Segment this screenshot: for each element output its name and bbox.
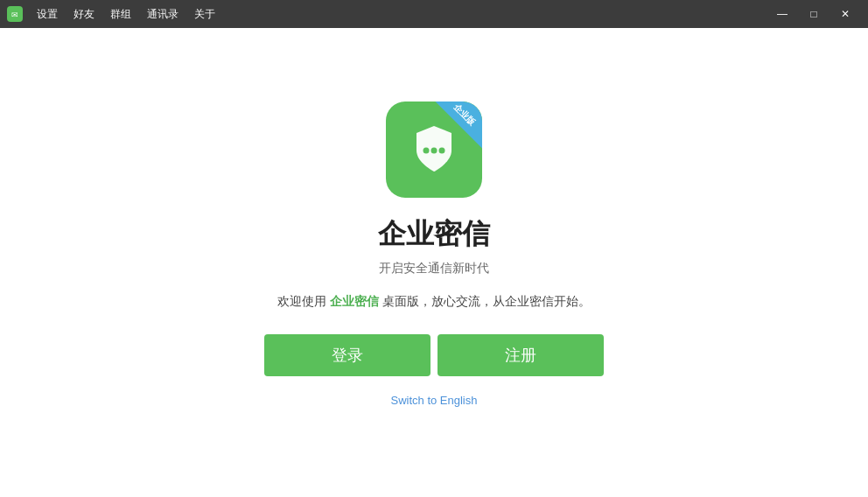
svg-point-4 — [439, 147, 445, 153]
svg-point-2 — [424, 147, 430, 153]
maximize-button[interactable]: □ — [798, 4, 830, 24]
app-subtitle: 开启安全通信新时代 — [379, 261, 489, 276]
window-controls: — □ ✕ — [766, 4, 861, 24]
title-bar: ✉ 设置 好友 群组 通讯录 关于 — □ ✕ — [0, 0, 868, 28]
svg-point-3 — [431, 147, 438, 153]
welcome-plain-end: 桌面版，放心交流，从企业密信开始。 — [379, 294, 591, 308]
main-content: 企业版 企业密信 开启安全通信新时代 欢迎使用 企业密信 桌面版，放心交流，从企… — [0, 28, 868, 497]
titlebar-logo-icon: ✉ — [7, 6, 23, 22]
menu-groups[interactable]: 群组 — [103, 4, 138, 25]
chat-bubble-icon — [403, 119, 465, 180]
menu-contacts[interactable]: 通讯录 — [140, 4, 186, 25]
menu-friends[interactable]: 好友 — [66, 4, 102, 25]
svg-text:✉: ✉ — [11, 10, 18, 19]
menu-settings[interactable]: 设置 — [30, 4, 65, 25]
close-button[interactable]: ✕ — [830, 4, 861, 24]
app-icon: 企业版 — [386, 102, 482, 198]
title-bar-left: ✉ 设置 好友 群组 通讯录 关于 — [7, 4, 222, 25]
switch-language-link[interactable]: Switch to English — [391, 394, 478, 407]
welcome-text: 欢迎使用 企业密信 桌面版，放心交流，从企业密信开始。 — [277, 294, 591, 310]
register-button[interactable]: 注册 — [438, 334, 604, 376]
app-icon-container: 企业版 — [386, 102, 482, 198]
menu-about[interactable]: 关于 — [187, 4, 222, 25]
welcome-brand: 企业密信 — [330, 294, 379, 308]
welcome-plain-start: 欢迎使用 — [277, 294, 330, 308]
minimize-button[interactable]: — — [766, 4, 798, 24]
action-buttons: 登录 注册 — [264, 334, 604, 376]
app-title: 企业密信 — [378, 215, 490, 254]
login-button[interactable]: 登录 — [264, 334, 430, 376]
